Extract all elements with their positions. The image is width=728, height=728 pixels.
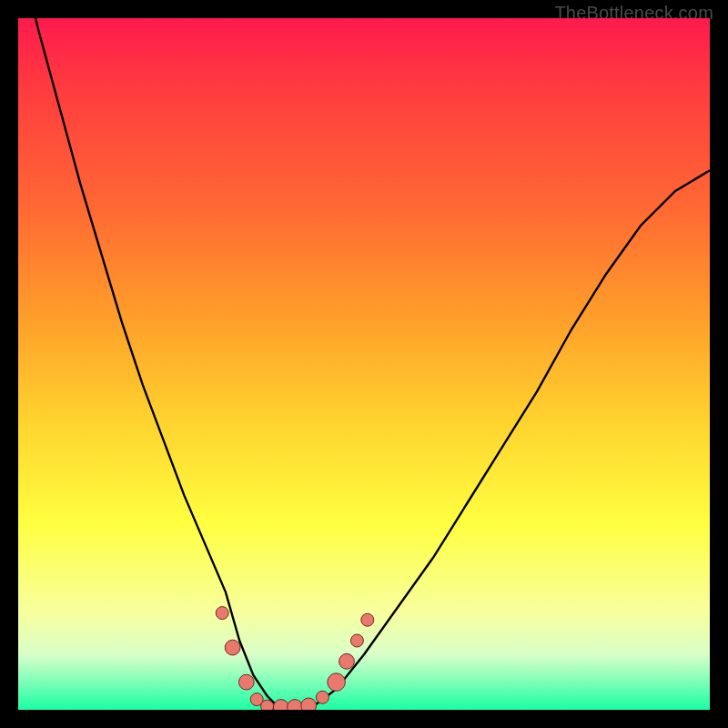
curve-marker bbox=[238, 674, 254, 690]
curve-marker bbox=[225, 640, 240, 655]
curve-svg bbox=[18, 18, 710, 710]
bottleneck-curve bbox=[18, 18, 710, 710]
curve-marker bbox=[261, 700, 274, 710]
curve-marker bbox=[339, 653, 355, 669]
curve-marker bbox=[301, 698, 317, 710]
curve-marker bbox=[216, 607, 228, 620]
plot-area bbox=[18, 18, 710, 710]
curve-marker bbox=[316, 691, 329, 703]
curve-marker bbox=[273, 700, 288, 710]
curve-marker bbox=[350, 634, 363, 647]
curve-marker bbox=[361, 613, 374, 626]
curve-marker bbox=[328, 673, 346, 692]
curve-marker bbox=[288, 700, 303, 710]
chart-container: TheBottleneck.com bbox=[0, 0, 728, 728]
curve-markers bbox=[216, 607, 374, 710]
